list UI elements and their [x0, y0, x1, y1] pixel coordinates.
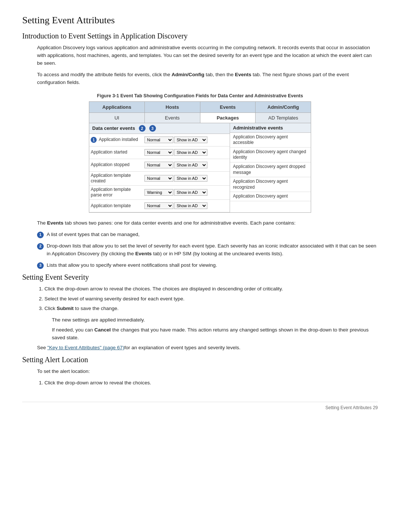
badge-3: 3 — [149, 125, 156, 132]
footer-page: 29 — [373, 405, 378, 410]
badge-2: 2 — [139, 125, 146, 132]
callout-text-1: A list of event types that can be manage… — [47, 231, 378, 239]
callout-item-3: 3 Lists that allow you to specify where … — [37, 262, 378, 269]
dc-severity-1[interactable]: NormalWarningCritical — [144, 137, 174, 143]
severity-para1: The new settings are applied immediately… — [52, 316, 378, 324]
severity-step-3: Click Submit to save the change. — [44, 305, 378, 313]
severity-select-2[interactable]: NormalWarningCritical — [144, 149, 173, 156]
key-event-attributes-link[interactable]: "Key to Event Attributes" (page 67) — [47, 345, 124, 350]
tab-applications[interactable]: Applications — [89, 102, 145, 112]
dc-event-row-4: Application template created NormalWarni… — [89, 172, 230, 186]
severity-steps: Click the drop-down arrow to reveal the … — [44, 285, 378, 313]
admin-event-item-5: Application Discovery agent — [230, 192, 311, 201]
dc-severity-3[interactable]: NormalWarningCritical — [144, 162, 174, 168]
footer-text: Setting Event Attributes — [326, 405, 372, 410]
callout-badge-2: 2 — [37, 243, 44, 250]
tab-admin-config[interactable]: Admin/Config — [256, 102, 311, 112]
dc-severity-6[interactable]: NormalWarningCritical — [144, 202, 174, 209]
tab2-events[interactable]: Events — [145, 113, 200, 123]
callout-list: 1 A list of event types that can be mana… — [37, 231, 378, 269]
dc-severity-5[interactable]: NormalWarningCritical — [144, 189, 174, 196]
admin-event-item-1: Application Discovery agent accessible — [230, 133, 311, 148]
callout-item-2: 2 Drop-down lists that allow you to set … — [37, 242, 378, 258]
tab2-ad-templates[interactable]: AD Templates — [256, 113, 311, 123]
second-tab-bar: UI Events Packages AD Templates — [89, 113, 311, 123]
dc-location-4[interactable]: Show in ADShow in HP SIM — [174, 175, 211, 182]
dc-event-name-3: Application stopped — [91, 162, 144, 168]
alert-intro: To set the alert location: — [37, 368, 378, 376]
dc-events-label: Data center events — [92, 125, 135, 131]
dc-severity-4[interactable]: NormalWarningCritical — [144, 175, 174, 182]
dc-location-3[interactable]: Show in ADShow in HP SIM — [174, 162, 211, 168]
callout-badge-3: 3 — [37, 262, 44, 269]
location-select-2[interactable]: Show in ADShow in HP SIM — [174, 149, 207, 156]
severity-step-1: Click the drop-down arrow to reveal the … — [44, 285, 378, 293]
intro-heading: Introduction to Event Settings in Applic… — [22, 32, 378, 40]
dc-location-6[interactable]: Show in ADShow in HP SIM — [174, 202, 211, 209]
dc-events-header: Data center events 2 3 — [89, 123, 230, 134]
events-panel: Data center events 2 3 1 Application ins… — [89, 123, 311, 213]
dc-location-5[interactable]: Show in ADShow in HP SIM — [174, 189, 211, 196]
tab2-packages[interactable]: Packages — [200, 113, 256, 123]
dc-events-pane: Data center events 2 3 1 Application ins… — [89, 123, 230, 212]
tab-events[interactable]: Events — [200, 102, 256, 112]
intro-para2: To access and modify the attribute field… — [37, 71, 378, 87]
callout-text-2: Drop-down lists that allow you to set th… — [47, 242, 378, 258]
alert-heading: Setting Alert Location — [22, 356, 378, 364]
dc-location-2[interactable]: Show in ADShow in HP SIM — [174, 149, 211, 156]
admin-event-item-4: Application Discovery agent recognized — [230, 177, 311, 192]
severity-select-6[interactable]: NormalWarningCritical — [144, 202, 173, 209]
dc-event-name-6: Application template — [91, 203, 144, 209]
severity-para2: If needed, you can Cancel the changes th… — [52, 326, 378, 342]
severity-select-3[interactable]: NormalWarningCritical — [144, 162, 173, 168]
tab-hosts[interactable]: Hosts — [145, 102, 200, 112]
dc-event-row-6: Application template NormalWarningCritic… — [89, 200, 230, 212]
page-title: Setting Event Attributes — [22, 15, 378, 26]
location-select-4[interactable]: Show in ADShow in HP SIM — [174, 175, 207, 182]
tab2-ui[interactable]: UI — [89, 113, 145, 123]
dc-event-name-2: Application started — [91, 149, 144, 155]
admin-event-item-3: Application Discovery agent dropped mess… — [230, 162, 311, 177]
events-tab-description: The Events tab shows two panes: one for … — [37, 219, 378, 227]
alert-step-1: Click the drop-down arrow to reveal the … — [44, 379, 378, 387]
dc-location-1[interactable]: Show in ADShow in HP SIM — [174, 137, 211, 143]
admin-event-item-2: Application Discovery agent changed iden… — [230, 148, 311, 162]
callout-item-1: 1 A list of event types that can be mana… — [37, 231, 378, 239]
location-select-6[interactable]: Show in ADShow in HP SIM — [174, 202, 207, 209]
top-tab-bar: Applications Hosts Events Admin/Config — [89, 101, 311, 113]
dc-event-name-4: Application template created — [91, 173, 144, 184]
dc-event-row-1: 1 Application installed NormalWarningCri… — [89, 134, 230, 147]
severity-select-4[interactable]: NormalWarningCritical — [144, 175, 173, 182]
alert-steps: Click the drop-down arrow to reveal the … — [44, 379, 378, 387]
severity-select-5[interactable]: NormalWarningCritical — [144, 189, 173, 196]
dc-event-row-3: Application stopped NormalWarningCritica… — [89, 159, 230, 172]
dc-event-name-1: 1 Application installed — [91, 137, 144, 143]
dc-event-row-2: Application started NormalWarningCritica… — [89, 147, 230, 159]
location-select-3[interactable]: Show in ADShow in HP SIM — [174, 162, 207, 168]
dc-severity-2[interactable]: NormalWarningCritical — [144, 149, 174, 156]
intro-para1: Application Discovery logs various appli… — [37, 44, 378, 67]
severity-select-1[interactable]: NormalWarningCritical — [144, 137, 173, 143]
figure-container: Figure 3-1 Event Tab Showing Configurati… — [89, 93, 311, 213]
location-select-1[interactable]: Show in ADShow in HP SIM — [174, 137, 207, 143]
figure-caption: Figure 3-1 Event Tab Showing Configurati… — [89, 93, 311, 98]
severity-step-2: Select the level of warning severity des… — [44, 295, 378, 303]
severity-see: See "Key to Event Attributes" (page 67)f… — [37, 344, 378, 352]
callout-badge-1: 1 — [37, 232, 44, 238]
admin-events-pane: Administrative events Application Discov… — [230, 123, 311, 212]
admin-events-header: Administrative events — [230, 123, 311, 133]
location-select-5[interactable]: Show in ADShow in HP SIM — [174, 189, 207, 196]
dc-event-row-5: Application template parse error NormalW… — [89, 186, 230, 200]
page-footer: Setting Event Attributes 29 — [22, 402, 378, 410]
dc-event-name-5: Application template parse error — [91, 187, 144, 198]
severity-heading: Setting Event Severity — [22, 273, 378, 282]
callout-text-3: Lists that allow you to specify where ev… — [47, 262, 378, 269]
num-badge-1: 1 — [91, 137, 97, 143]
